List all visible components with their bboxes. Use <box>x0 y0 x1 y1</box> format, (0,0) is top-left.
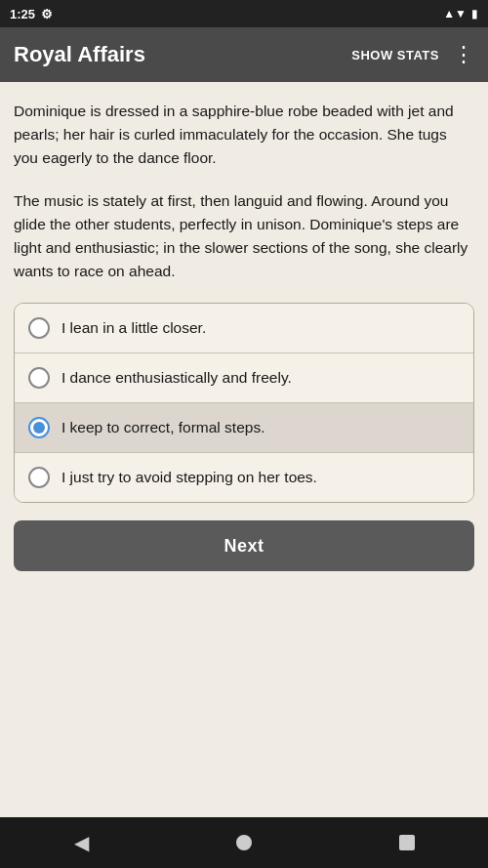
story-paragraph-1: Dominique is dressed in a sapphire-blue … <box>14 100 474 170</box>
choice-label: I dance enthusiastically and freely. <box>61 367 292 389</box>
choice-item[interactable]: I just try to avoid stepping on her toes… <box>15 453 473 502</box>
choice-label: I lean in a little closer. <box>61 317 206 339</box>
back-nav-button[interactable]: ◀ <box>55 823 108 862</box>
time-display: 1:25 <box>10 7 35 21</box>
show-stats-button[interactable]: SHOW STATS <box>351 48 439 62</box>
more-options-icon[interactable]: ⋮ <box>453 42 474 67</box>
radio-button[interactable] <box>28 467 50 488</box>
choice-item[interactable]: I lean in a little closer. <box>15 304 473 353</box>
status-bar-right: ▲▼ ▮ <box>443 7 478 21</box>
main-content: Dominique is dressed in a sapphire-blue … <box>0 82 488 817</box>
bottom-nav-bar: ◀ <box>0 817 488 868</box>
choice-item[interactable]: I keep to correct, formal steps. <box>15 403 473 453</box>
status-bar: 1:25 ⚙ ▲▼ ▮ <box>0 0 488 27</box>
radio-button[interactable] <box>28 367 50 389</box>
story-paragraph-2: The music is stately at first, then lang… <box>14 189 474 283</box>
battery-icon: ▮ <box>471 7 478 21</box>
settings-icon: ⚙ <box>41 7 53 21</box>
radio-inner-dot <box>33 422 45 434</box>
radio-button[interactable] <box>28 317 50 339</box>
radio-button[interactable] <box>28 417 50 438</box>
recents-nav-button[interactable] <box>380 827 434 858</box>
choices-container: I lean in a little closer.I dance enthus… <box>14 303 474 503</box>
choice-label: I keep to correct, formal steps. <box>61 417 264 438</box>
choice-item[interactable]: I dance enthusiastically and freely. <box>15 353 473 403</box>
next-button[interactable]: Next <box>14 520 474 571</box>
app-bar: Royal Affairs SHOW STATS ⋮ <box>0 27 488 82</box>
home-nav-button[interactable] <box>217 827 271 858</box>
status-bar-left: 1:25 ⚙ <box>10 7 53 21</box>
signal-icon: ▲▼ <box>443 7 467 21</box>
app-title: Royal Affairs <box>14 42 351 67</box>
choice-label: I just try to avoid stepping on her toes… <box>61 467 317 488</box>
